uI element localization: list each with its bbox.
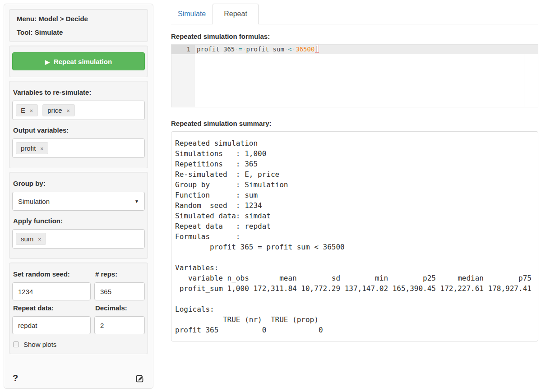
formula-code-line: profit_365·=·profit_sum·<·36500: [197, 45, 319, 54]
summary-line: variable n_obs mean sd min p25 median p7…: [175, 273, 535, 283]
output-variables-input[interactable]: profit×: [12, 138, 145, 158]
whitespace-dot: ·: [292, 46, 296, 53]
tag-price[interactable]: price×: [42, 104, 75, 116]
reps-input[interactable]: [94, 282, 145, 300]
summary-line: Logicals:: [175, 304, 535, 314]
summary-line: Simulated data: simdat: [175, 211, 535, 221]
code-token-less-than: <: [288, 46, 291, 53]
summary-section-label: Repeated simulation summary:: [171, 120, 538, 127]
summary-line: [175, 294, 535, 304]
sidebar: Menu: Model > Decide Tool: Simulate ▶Rep…: [4, 4, 153, 389]
editor-cursor: [315, 45, 319, 53]
summary-line: [175, 252, 535, 263]
summary-line: Function : sum: [175, 190, 535, 200]
sidebar-footer: ?: [9, 372, 148, 383]
edit-report-icon[interactable]: [135, 374, 144, 383]
tab-simulate[interactable]: Simulate: [171, 4, 213, 24]
main-panel: Simulate Repeat Repeated simulation form…: [171, 0, 538, 341]
whitespace-dot: ·: [235, 46, 238, 53]
formula-code-editor[interactable]: 1 profit_365·=·profit_sum·<·36500: [171, 44, 538, 107]
summary-line: Repeated simulation: [175, 138, 535, 148]
tag-label: E: [21, 106, 25, 114]
apply-function-label: Apply function:: [13, 217, 144, 225]
simulation-summary-output: Repeated simulation Simulations : 1,000 …: [171, 131, 538, 341]
editor-gutter: 1: [171, 45, 195, 107]
group-by-label: Group by:: [13, 180, 144, 187]
repeat-simulation-button[interactable]: ▶Repeat simulation: [12, 52, 145, 70]
group-by-select[interactable]: Simulation ▼: [12, 192, 145, 211]
resimulate-label: Variables to re-simulate:: [13, 88, 144, 96]
code-token-equals: =: [239, 46, 242, 53]
group-by-value: Simulation: [18, 198, 50, 205]
decimals-input[interactable]: [94, 316, 145, 334]
help-icon[interactable]: ?: [13, 373, 18, 383]
summary-line: Formulas :: [175, 231, 535, 242]
formulas-section-label: Repeated simulation formulas:: [171, 32, 538, 40]
resimulate-input[interactable]: E× price×: [12, 101, 145, 120]
output-variables-label: Output variables:: [13, 126, 144, 134]
code-token-lhs: profit_365: [197, 46, 235, 53]
summary-line: TRUE (nr) TRUE (prop): [175, 314, 535, 325]
caret-down-icon: ▼: [134, 199, 139, 204]
code-token-rhs: profit_sum: [246, 46, 284, 53]
settings-panel: Set random seed: # reps: Repeat data: De…: [9, 263, 148, 354]
code-token-number: 36500: [296, 46, 314, 53]
whitespace-dot: ·: [242, 46, 246, 53]
repeat-simulation-button-label: Repeat simulation: [54, 58, 112, 65]
repeat-data-label: Repeat data:: [13, 304, 90, 312]
show-plots-checkbox[interactable]: [13, 341, 19, 347]
run-panel: ▶Repeat simulation: [9, 46, 148, 77]
tag-label: sum: [21, 235, 33, 243]
summary-line: Re-simulated : E, price: [175, 169, 535, 180]
repeat-data-input[interactable]: [12, 316, 91, 334]
summary-line: Variables:: [175, 263, 535, 273]
tab-bar: Simulate Repeat: [171, 0, 538, 24]
summary-line: profit_sum 1,000 172,311.84 10,772.29 13…: [175, 283, 535, 294]
summary-line: Simulations : 1,000: [175, 148, 535, 159]
tag-label: price: [47, 106, 62, 114]
remove-icon[interactable]: ×: [67, 108, 70, 114]
variables-panel: Variables to re-simulate: E× price× Outp…: [9, 81, 148, 168]
menu-info-panel: Menu: Model > Decide Tool: Simulate: [9, 9, 148, 42]
seed-input[interactable]: [12, 282, 91, 300]
summary-line: Random seed : 1234: [175, 200, 535, 211]
menu-breadcrumb: Menu: Model > Decide: [17, 15, 140, 23]
remove-icon[interactable]: ×: [40, 146, 43, 152]
tag-label: profit: [21, 144, 36, 152]
apply-function-input[interactable]: sum×: [12, 229, 145, 249]
tab-repeat[interactable]: Repeat: [213, 4, 259, 24]
remove-icon[interactable]: ×: [38, 236, 41, 243]
decimals-label: Decimals:: [95, 304, 144, 312]
seed-label: Set random seed:: [13, 270, 90, 278]
play-icon: ▶: [45, 59, 50, 65]
tag-sum[interactable]: sum×: [16, 233, 46, 245]
reps-label: # reps:: [95, 270, 144, 278]
summary-line: Repetitions : 365: [175, 159, 535, 169]
summary-line: Group by : Simulation: [175, 180, 535, 190]
tool-label: Tool: Simulate: [17, 28, 140, 36]
line-number: 1: [171, 45, 195, 54]
grouping-panel: Group by: Simulation ▼ Apply function: s…: [9, 172, 148, 259]
remove-icon[interactable]: ×: [30, 108, 33, 114]
summary-line: Repeat data : repdat: [175, 221, 535, 231]
summary-line: profit_365 = profit_sum < 36500: [175, 242, 535, 252]
tag-E[interactable]: E×: [16, 104, 38, 116]
tag-profit[interactable]: profit×: [16, 142, 48, 154]
summary-line: profit_365 0 0: [175, 325, 535, 335]
editor-print-margin: [524, 45, 524, 107]
show-plots-label: Show plots: [23, 341, 56, 348]
